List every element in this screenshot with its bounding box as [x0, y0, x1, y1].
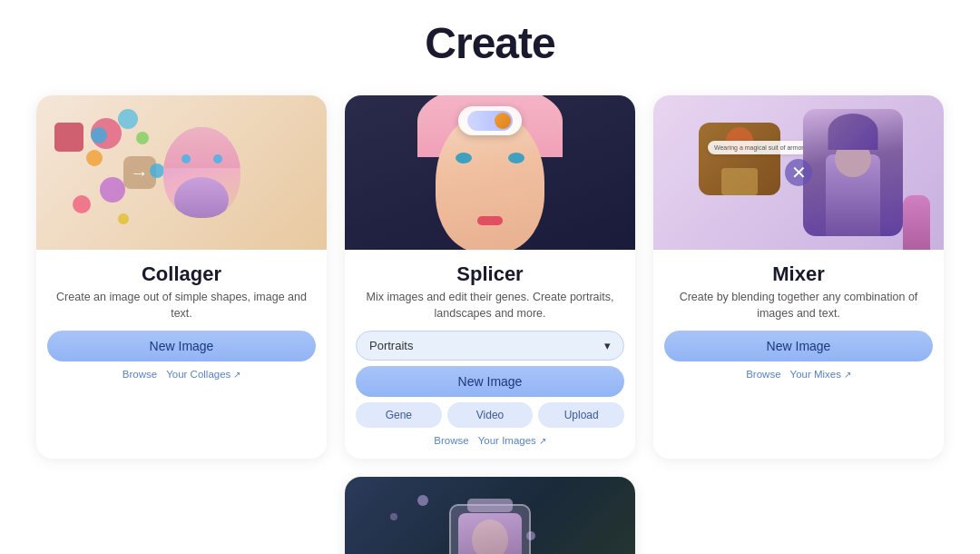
splicer-browse-label: Browse — [434, 435, 468, 446]
mixer-title: Mixer — [772, 262, 824, 286]
collager-image: → — [36, 95, 327, 250]
mixer-flowers — [898, 177, 935, 250]
splicer-desc: Mix images and edit their genes. Create … — [345, 290, 635, 322]
bottom-cards-row: Outpainter Expand any Artbreeder image. … — [36, 477, 944, 554]
page-container: Create — [0, 0, 980, 554]
collager-browse-label: Browse — [122, 369, 157, 380]
shape-dot — [91, 127, 107, 143]
splicer-dropdown-value: Portraits — [369, 339, 413, 352]
mixer-browse-label: Browse — [746, 369, 780, 380]
toggle-pill — [467, 111, 513, 131]
mixer-headdress — [828, 114, 878, 150]
splicer-your-images-link[interactable]: Your Images — [478, 435, 546, 446]
mixer-jar — [721, 168, 758, 195]
splicer-image — [345, 95, 635, 250]
splicer-bg — [345, 95, 635, 250]
toggle-thumb — [495, 113, 511, 129]
splicer-title: Splicer — [456, 262, 523, 286]
collager-bg: → — [36, 95, 327, 250]
splicer-dropdown-arrow: ▾ — [604, 339, 611, 352]
shape-cluster — [54, 123, 127, 195]
collager-card: → Collager Create an image out of sim — [36, 95, 327, 459]
particle — [417, 495, 428, 506]
face-lips — [477, 216, 503, 225]
mixer-speech-bubble: Wearing a magical suit of armor. — [708, 141, 811, 154]
face-eye-left — [456, 153, 472, 163]
splicer-card: Splicer Mix images and edit their genes.… — [345, 95, 635, 459]
splicer-upload-button[interactable]: Upload — [538, 402, 624, 428]
mixer-browse-row: Browse Your Mixes — [733, 367, 864, 380]
mixer-image: ✕ Wearing a magical suit of armor. — [653, 95, 944, 250]
mixer-desc: Create by blending together any combinat… — [653, 290, 944, 322]
portrait-eye-right — [213, 154, 222, 163]
page-title: Create — [36, 18, 944, 68]
mixer-new-image-button[interactable]: New Image — [664, 331, 933, 361]
collager-desc: Create an image out of simple shapes, im… — [36, 290, 327, 322]
mixer-right-img — [803, 109, 903, 236]
splicer-gene-button[interactable]: Gene — [356, 402, 442, 428]
outpainter-card: Outpainter Expand any Artbreeder image. … — [345, 477, 635, 554]
outpainter-bg — [345, 477, 635, 554]
collager-title: Collager — [142, 262, 221, 286]
splicer-btn-row: Gene Video Upload — [356, 402, 624, 428]
particle — [390, 513, 397, 520]
splicer-toggle — [458, 106, 522, 135]
portrait-crown — [467, 499, 513, 512]
bubble — [73, 195, 91, 213]
collager-new-image-button[interactable]: New Image — [47, 331, 316, 361]
splicer-new-image-button[interactable]: New Image — [356, 366, 624, 397]
splicer-video-button[interactable]: Video — [447, 402, 534, 428]
collager-portrait — [163, 127, 240, 218]
collager-browse-row: Browse Your Collages — [110, 367, 253, 380]
collager-portrait-wrapper — [163, 127, 240, 218]
outpainter-image — [345, 477, 635, 554]
mixer-your-mixes-link[interactable]: Your Mixes — [790, 369, 851, 380]
bubble — [118, 213, 129, 224]
top-cards-row: → Collager Create an image out of sim — [36, 95, 944, 459]
portrait-hair — [163, 127, 240, 168]
bubble — [136, 132, 149, 144]
mixer-bg: ✕ Wearing a magical suit of armor. — [653, 95, 944, 250]
mixer-crosshair-icon: ✕ — [785, 159, 812, 186]
mixer-left-img — [699, 123, 780, 195]
splicer-dropdown[interactable]: Portraits ▾ — [356, 331, 624, 361]
face-eye-right — [508, 153, 524, 163]
collager-your-collages-link[interactable]: Your Collages — [166, 369, 240, 380]
outpainter-frame — [449, 504, 531, 554]
outpainter-portrait — [458, 513, 522, 554]
portrait-eye-left — [181, 154, 191, 163]
splicer-browse-row: Browse Your Images — [421, 433, 558, 446]
shape-rect — [54, 123, 83, 152]
mixer-card: ✕ Wearing a magical suit of armor. — [653, 95, 944, 459]
mixer-flower-stem — [903, 195, 930, 250]
